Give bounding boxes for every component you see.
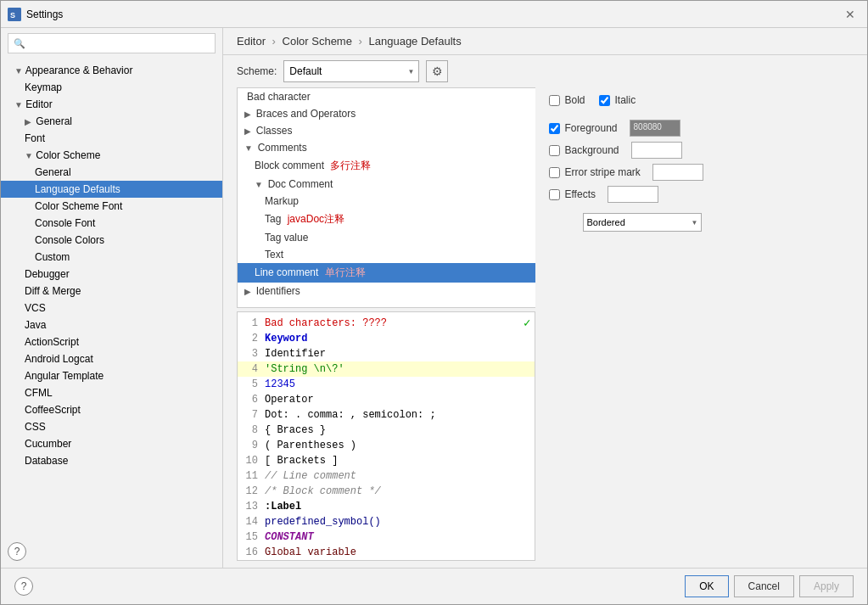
preview-line-9: 9 ( Parentheses ) — [238, 438, 535, 453]
sidebar-item-label: Android Logcat — [25, 353, 93, 365]
nav-tree: ▼ Appearance & Behavior Keymap ▼ Editor … — [1, 59, 222, 535]
preview-line-1: 1 Bad characters: ???? ✓ — [238, 316, 535, 331]
foreground-swatch[interactable]: 808080 — [630, 120, 680, 137]
close-button[interactable]: ✕ — [840, 4, 860, 25]
window-title: Settings — [26, 8, 840, 20]
left-section: Bad character ▶ Braces and Operators ▶ C… — [237, 87, 535, 561]
preview-line-5: 5 12345 — [238, 377, 535, 392]
sidebar-item-console-colors[interactable]: Console Colors — [1, 232, 222, 249]
cancel-button[interactable]: Cancel — [734, 575, 794, 597]
sidebar-item-label: CSS — [25, 421, 46, 433]
sidebar-item-general[interactable]: ▶ General — [1, 113, 222, 130]
sidebar-bottom: ? — [1, 535, 222, 568]
effects-checkbox[interactable] — [549, 189, 560, 200]
scheme-row: Scheme: Default Darcula High Contrast ⚙ — [223, 55, 867, 87]
foreground-row: Foreground 808080 — [549, 120, 848, 137]
sidebar-item-diff-merge[interactable]: Diff & Merge — [1, 283, 222, 300]
tree-item-line-comment[interactable]: Line comment 单行注释 — [238, 263, 535, 283]
background-checkbox[interactable] — [549, 145, 560, 156]
sidebar-item-label: Angular Template — [25, 370, 104, 382]
sidebar-item-editor[interactable]: ▼ Editor — [1, 96, 222, 113]
sidebar-item-label: CFML — [25, 387, 53, 399]
sidebar-item-label: Editor — [25, 98, 52, 110]
sidebar-item-css[interactable]: CSS — [1, 418, 222, 435]
tree-item-classes[interactable]: ▶ Classes — [238, 122, 535, 139]
breadcrumb-current: Language Defaults — [369, 35, 462, 48]
apply-button[interactable]: Apply — [799, 575, 854, 597]
bottom-bar: ? OK Cancel Apply — [1, 568, 867, 604]
effects-type-select[interactable]: Bordered Underscored Bold underscored Un… — [583, 213, 702, 232]
italic-label: Italic — [615, 94, 636, 106]
gear-button[interactable]: ⚙ — [426, 60, 448, 82]
tree-item-tag[interactable]: Tag javaDoc注释 — [238, 210, 535, 229]
bold-label: Bold — [565, 94, 585, 106]
sidebar-item-database[interactable]: Database — [1, 452, 222, 469]
sidebar-item-coffeescript[interactable]: CoffeeScript — [1, 401, 222, 418]
sidebar-item-font[interactable]: Font — [1, 130, 222, 147]
sidebar-item-appearance[interactable]: ▼ Appearance & Behavior — [1, 62, 222, 79]
tree-item-comments[interactable]: ▼ Comments — [238, 139, 535, 156]
tree-item-block-comment[interactable]: Block comment 多行注释 — [238, 156, 535, 176]
sidebar-item-angular-template[interactable]: Angular Template — [1, 367, 222, 384]
preview-line-7: 7 Dot: . comma: , semicolon: ; — [238, 407, 535, 423]
background-row: Background — [549, 142, 848, 159]
sidebar-item-lang-defaults[interactable]: Language Defaults — [1, 181, 222, 198]
italic-checkbox-row: Italic — [599, 94, 636, 106]
sidebar-item-label: General — [36, 115, 72, 127]
tree-item-text[interactable]: Text — [238, 246, 535, 263]
search-box[interactable]: 🔍 — [8, 33, 216, 53]
sidebar-item-label: Language Defaults — [35, 183, 120, 195]
sidebar-item-vcs[interactable]: VCS — [1, 300, 222, 317]
scheme-select[interactable]: Default Darcula High Contrast — [283, 60, 419, 82]
preview-panel: 1 Bad characters: ???? ✓ 2 Keyword 3 Ide… — [237, 311, 535, 561]
background-swatch[interactable] — [631, 142, 682, 159]
sidebar-item-actionscript[interactable]: ActionScript — [1, 333, 222, 350]
italic-checkbox[interactable] — [599, 95, 610, 106]
breadcrumb: Editor › Color Scheme › Language Default… — [223, 28, 867, 55]
bold-checkbox[interactable] — [549, 95, 560, 106]
scheme-select-wrapper: Default Darcula High Contrast — [283, 60, 419, 82]
effects-color-swatch[interactable] — [608, 186, 658, 203]
sidebar-item-cucumber[interactable]: Cucumber — [1, 435, 222, 452]
expand-arrow: ▶ — [25, 117, 33, 126]
tree-item-bad-char[interactable]: Bad character — [238, 88, 535, 105]
foreground-checkbox[interactable] — [549, 123, 560, 134]
editor-panel: Bad character ▶ Braces and Operators ▶ C… — [237, 87, 854, 561]
tree-item-braces-ops[interactable]: ▶ Braces and Operators — [238, 105, 535, 122]
sidebar-item-cs-font[interactable]: Color Scheme Font — [1, 198, 222, 215]
tree-item-markup[interactable]: Markup — [238, 193, 535, 210]
tree-item-identifiers[interactable]: ▶ Identifiers — [238, 283, 535, 300]
tree-item-tag-value[interactable]: Tag value — [238, 229, 535, 246]
sidebar-item-java[interactable]: Java — [1, 317, 222, 333]
help-button[interactable]: ? — [8, 542, 26, 561]
error-stripe-swatch[interactable] — [652, 164, 703, 181]
effects-row: Effects — [549, 186, 848, 203]
sidebar-item-label: Custom — [35, 251, 70, 263]
sidebar-item-cs-general[interactable]: General — [1, 164, 222, 181]
options-panel: Bold Italic Foreground 808080 — [542, 87, 854, 561]
error-stripe-checkbox[interactable] — [549, 167, 560, 178]
preview-line-14: 14 predefined_symbol() — [238, 514, 535, 529]
help-button[interactable]: ? — [14, 577, 33, 596]
sidebar-item-label: General — [35, 166, 71, 178]
sidebar-item-label: CoffeeScript — [25, 404, 81, 416]
preview-line-13: 13 :Label — [238, 499, 535, 514]
sidebar-item-label: Color Scheme Font — [35, 200, 122, 212]
sidebar-item-console-font[interactable]: Console Font — [1, 215, 222, 232]
sidebar-item-label: VCS — [25, 302, 46, 314]
sidebar-item-label: ActionScript — [25, 336, 79, 348]
sidebar-item-colorscheme[interactable]: ▼ Color Scheme — [1, 147, 222, 164]
ok-button[interactable]: OK — [685, 575, 728, 597]
preview-line-12: 12 /* Block comment */ — [238, 484, 535, 499]
expand-arrow: ▼ — [14, 66, 23, 76]
search-input[interactable] — [29, 37, 210, 49]
sidebar-item-label: Font — [25, 132, 45, 144]
sidebar-item-cfml[interactable]: CFML — [1, 384, 222, 401]
sidebar-item-android-logcat[interactable]: Android Logcat — [1, 350, 222, 367]
bold-checkbox-row: Bold — [549, 94, 585, 106]
svg-text:S: S — [10, 11, 15, 20]
tree-item-doc-comment[interactable]: ▼ Doc Comment — [238, 176, 535, 193]
sidebar-item-custom[interactable]: Custom — [1, 249, 222, 266]
sidebar-item-debugger[interactable]: Debugger — [1, 266, 222, 283]
sidebar-item-keymap[interactable]: Keymap — [1, 79, 222, 96]
